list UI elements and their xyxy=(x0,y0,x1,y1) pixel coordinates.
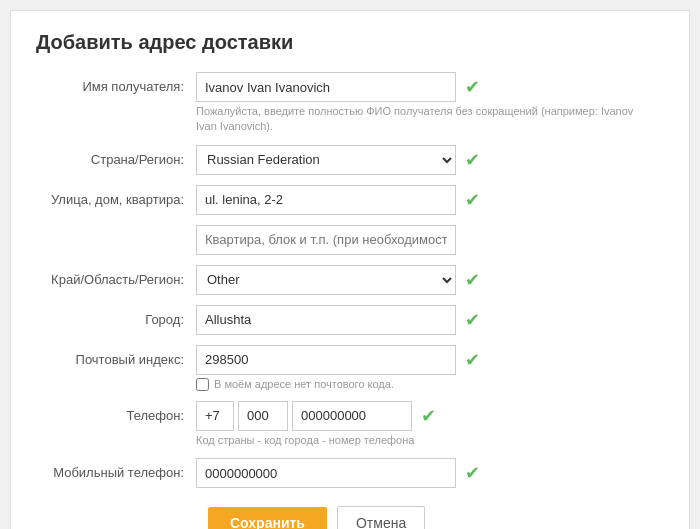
recipient-input[interactable] xyxy=(196,72,456,102)
street-check-icon: ✔ xyxy=(462,190,482,210)
postal-checkbox-row: В моём адресе нет почтового кода. xyxy=(196,378,664,391)
recipient-field: ✔ Пожалуйста, введите полностью ФИО полу… xyxy=(196,72,664,135)
city-input[interactable] xyxy=(196,305,456,335)
phone-inputs xyxy=(196,401,412,431)
mobile-field: ✔ xyxy=(196,458,664,488)
street-label: Улица, дом, квартира: xyxy=(36,185,196,209)
save-button[interactable]: Сохранить xyxy=(208,507,327,529)
phone-number-input[interactable] xyxy=(292,401,412,431)
country-field: Russian Federation Other ✔ xyxy=(196,145,664,175)
form-container: Добавить адрес доставки Имя получателя: … xyxy=(10,10,690,529)
country-input-group: Russian Federation Other ✔ xyxy=(196,145,664,175)
postal-checkbox-label: В моём адресе нет почтового кода. xyxy=(214,378,394,390)
postal-input-group: ✔ xyxy=(196,345,664,375)
recipient-hint: Пожалуйста, введите полностью ФИО получа… xyxy=(196,104,656,135)
page-title: Добавить адрес доставки xyxy=(36,31,664,54)
postal-check-icon: ✔ xyxy=(462,350,482,370)
region-row: Край/Область/Регион: Other Moscow Saint … xyxy=(36,265,664,295)
region-label: Край/Область/Регион: xyxy=(36,265,196,289)
region-input-group: Other Moscow Saint Petersburg ✔ xyxy=(196,265,664,295)
mobile-input-group: ✔ xyxy=(196,458,664,488)
mobile-input[interactable] xyxy=(196,458,456,488)
recipient-check-icon: ✔ xyxy=(462,77,482,97)
region-field: Other Moscow Saint Petersburg ✔ xyxy=(196,265,664,295)
postal-checkbox[interactable] xyxy=(196,378,209,391)
recipient-input-group: ✔ xyxy=(196,72,664,102)
phone-input-group: ✔ xyxy=(196,401,664,431)
country-select[interactable]: Russian Federation Other xyxy=(196,145,456,175)
country-label: Страна/Регион: xyxy=(36,145,196,169)
city-label: Город: xyxy=(36,305,196,329)
postal-field: ✔ В моём адресе нет почтового кода. xyxy=(196,345,664,391)
country-row: Страна/Регион: Russian Federation Other … xyxy=(36,145,664,175)
country-check-icon: ✔ xyxy=(462,150,482,170)
region-check-icon: ✔ xyxy=(462,270,482,290)
city-field: ✔ xyxy=(196,305,664,335)
street-field: ✔ xyxy=(196,185,664,215)
apt-row xyxy=(36,225,664,255)
postal-row: Почтовый индекс: ✔ В моём адресе нет поч… xyxy=(36,345,664,391)
mobile-row: Мобильный телефон: ✔ xyxy=(36,458,664,488)
recipient-row: Имя получателя: ✔ Пожалуйста, введите по… xyxy=(36,72,664,135)
city-check-icon: ✔ xyxy=(462,310,482,330)
postal-label: Почтовый индекс: xyxy=(36,345,196,369)
phone-hint: Код страны - код города - номер телефона xyxy=(196,433,656,448)
recipient-label: Имя получателя: xyxy=(36,72,196,96)
apt-field xyxy=(196,225,664,255)
phone-label: Телефон: xyxy=(36,401,196,425)
city-input-group: ✔ xyxy=(196,305,664,335)
mobile-check-icon: ✔ xyxy=(462,463,482,483)
phone-check-icon: ✔ xyxy=(418,406,438,426)
phone-field: ✔ Код страны - код города - номер телефо… xyxy=(196,401,664,448)
mobile-label: Мобильный телефон: xyxy=(36,458,196,482)
phone-country-input[interactable] xyxy=(196,401,234,431)
street-row: Улица, дом, квартира: ✔ xyxy=(36,185,664,215)
buttons-row: Сохранить Отмена xyxy=(36,506,664,529)
phone-city-input[interactable] xyxy=(238,401,288,431)
street-input-group: ✔ xyxy=(196,185,664,215)
city-row: Город: ✔ xyxy=(36,305,664,335)
region-select[interactable]: Other Moscow Saint Petersburg xyxy=(196,265,456,295)
street-input[interactable] xyxy=(196,185,456,215)
cancel-button[interactable]: Отмена xyxy=(337,506,425,529)
apt-label xyxy=(36,225,196,231)
postal-input[interactable] xyxy=(196,345,456,375)
phone-row: Телефон: ✔ Код страны - код города - ном… xyxy=(36,401,664,448)
apt-input[interactable] xyxy=(196,225,456,255)
